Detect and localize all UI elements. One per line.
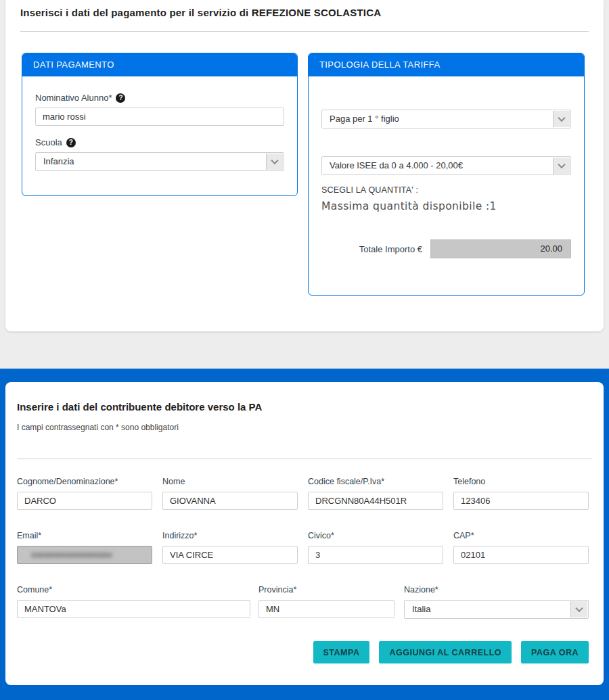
phone-label: Telefono <box>453 477 589 486</box>
debtor-section-title: Inserire i dati del contribuente debitor… <box>17 401 262 413</box>
school-label-row: Scuola ? <box>35 137 284 147</box>
phone-input[interactable] <box>453 492 589 510</box>
fiscal-code-label: Codice fiscale/P.Iva* <box>308 477 443 486</box>
help-icon[interactable]: ? <box>66 138 76 147</box>
debtor-data-card: Inserire i dati del contribuente debitor… <box>5 382 604 685</box>
student-name-label-row: Nominativo Alunno* ? <box>35 93 284 103</box>
chevron-down-icon <box>570 601 587 617</box>
street-number-label: Civico* <box>308 531 443 540</box>
phone-field-group: Telefono <box>453 477 589 510</box>
province-input[interactable] <box>258 600 394 618</box>
max-quantity-text: Massima quantità disponibile :1 <box>321 200 571 212</box>
school-select-value: Infanzia <box>43 153 262 170</box>
total-amount-label: Totale Importo € <box>321 244 430 254</box>
page-title: Inserisci i dati del pagamento per il se… <box>20 7 589 18</box>
debtor-divider <box>17 459 592 459</box>
fiscal-code-input[interactable] <box>308 492 443 510</box>
city-label: Comune* <box>17 585 250 594</box>
email-masked-value: ●●●●●●●●●●●●●●●●●● <box>24 546 145 563</box>
surname-field-group: Cognome/Denominazione* <box>17 477 152 510</box>
tariff-type-panel-header: TIPOLOGIA DELLA TARIFFA <box>309 53 584 76</box>
email-field-group: Email* ●●●●●●●●●●●●●●●●●● <box>17 531 152 564</box>
city-field-group: Comune* <box>17 585 250 618</box>
province-label: Provincia* <box>258 585 394 594</box>
student-name-label: Nominativo Alunno* <box>35 93 112 103</box>
province-field-group: Provincia* <box>258 585 394 618</box>
payment-entry-card: Inserisci i dati del pagamento per il se… <box>5 0 604 331</box>
add-to-cart-button[interactable]: AGGIUNGI AL CARRELLO <box>379 641 512 663</box>
country-select[interactable]: Italia <box>404 600 589 619</box>
child-number-select-value: Paga per 1 ° figlio <box>330 110 549 128</box>
surname-label: Cognome/Denominazione* <box>17 477 152 486</box>
isee-range-select[interactable]: Valore ISEE da 0 a 4.000 - 20,00€ <box>321 156 571 175</box>
tariff-type-panel: TIPOLOGIA DELLA TARIFFA Paga per 1 ° fig… <box>308 53 585 296</box>
name-field-group: Nome <box>162 477 298 510</box>
country-label: Nazione* <box>404 585 589 594</box>
name-label: Nome <box>162 477 298 486</box>
total-amount-row: Totale Importo € 20.00 <box>321 239 571 258</box>
surname-input[interactable] <box>17 492 152 510</box>
choose-quantity-label: SCEGLI LA QUANTITA' : <box>321 185 571 195</box>
name-input[interactable] <box>162 492 298 510</box>
action-buttons-row: STAMPA AGGIUNGI AL CARRELLO PAGA ORA <box>313 641 589 663</box>
zip-label: CAP* <box>453 531 589 540</box>
required-fields-note: I campi contrassegnati con * sono obblig… <box>17 423 179 432</box>
country-select-value: Italia <box>412 601 566 618</box>
address-field-group: Indirizzo* <box>162 531 298 564</box>
help-icon[interactable]: ? <box>116 93 125 103</box>
chevron-down-icon <box>553 111 570 127</box>
print-button[interactable]: STAMPA <box>313 641 370 663</box>
country-field-group: Nazione* Italia <box>404 585 589 619</box>
payment-data-panel-header: DATI PAGAMENTO <box>22 53 297 76</box>
chevron-down-icon <box>553 158 570 174</box>
zip-input[interactable] <box>453 546 589 564</box>
email-field-readonly: ●●●●●●●●●●●●●●●●●● <box>17 546 152 564</box>
school-select[interactable]: Infanzia <box>35 152 284 171</box>
payment-data-panel: DATI PAGAMENTO Nominativo Alunno* ? Scuo… <box>22 53 298 196</box>
school-label: Scuola <box>35 137 62 147</box>
title-divider <box>20 31 589 32</box>
pay-now-button[interactable]: PAGA ORA <box>521 641 589 663</box>
total-amount-field: 20.00 <box>430 239 571 258</box>
chevron-down-icon <box>266 154 283 170</box>
city-input[interactable] <box>17 600 250 618</box>
address-label: Indirizzo* <box>162 531 298 540</box>
email-label: Email* <box>17 531 152 540</box>
street-number-input[interactable] <box>308 546 443 564</box>
fiscal-code-field-group: Codice fiscale/P.Iva* <box>308 477 443 510</box>
student-name-input[interactable] <box>35 108 284 126</box>
isee-range-select-value: Valore ISEE da 0 a 4.000 - 20,00€ <box>330 157 549 174</box>
zip-field-group: CAP* <box>453 531 589 564</box>
street-number-field-group: Civico* <box>308 531 443 564</box>
child-number-select[interactable]: Paga per 1 ° figlio <box>321 110 571 129</box>
address-input[interactable] <box>162 546 298 564</box>
